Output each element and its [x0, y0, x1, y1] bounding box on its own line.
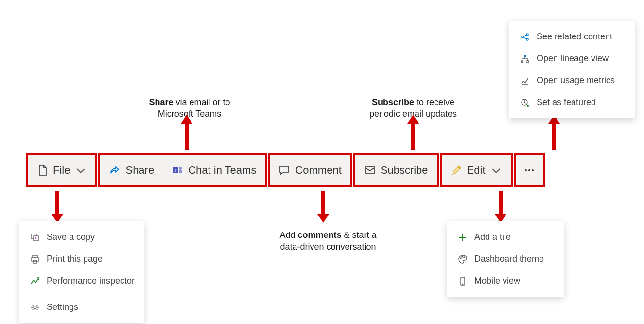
more-menu: See related content Open lineage view Op…: [509, 21, 635, 118]
lineage-icon: [520, 54, 530, 64]
comment-caption: Add comments & start a data-driven conve…: [265, 229, 391, 253]
svg-point-15: [460, 258, 461, 259]
svg-rect-10: [35, 237, 36, 239]
file-icon: [36, 164, 48, 176]
mail-icon: [364, 164, 376, 176]
svg-rect-24: [521, 61, 523, 63]
set-as-featured-item[interactable]: Set as featured: [509, 91, 635, 113]
menu-label: Open usage metrics: [537, 75, 615, 86]
menu-label: Performance inspector: [47, 276, 135, 286]
svg-point-17: [464, 257, 465, 258]
share-button[interactable]: Share: [100, 155, 163, 185]
svg-rect-23: [524, 55, 526, 57]
svg-rect-11: [33, 255, 37, 258]
menu-label: Open lineage view: [537, 54, 609, 64]
plus-icon: [458, 233, 468, 242]
file-label: File: [53, 164, 70, 177]
share-label: Share: [125, 164, 154, 177]
print-icon: [30, 254, 40, 264]
svg-point-19: [462, 284, 463, 285]
svg-point-16: [462, 256, 463, 257]
subscribe-button[interactable]: Subscribe: [355, 155, 437, 185]
dashboard-toolbar: File Share T Chat in Teams Comment: [26, 153, 546, 187]
edit-button[interactable]: Edit: [442, 155, 511, 185]
svg-text:T: T: [174, 168, 177, 173]
svg-point-2: [179, 167, 182, 170]
menu-label: See related content: [537, 32, 612, 42]
chat-in-teams-button[interactable]: T Chat in Teams: [163, 155, 265, 185]
svg-point-20: [522, 36, 523, 38]
more-group: [514, 153, 545, 187]
share-icon: [109, 164, 121, 176]
print-page-item[interactable]: Print this page: [19, 248, 144, 270]
comment-button[interactable]: Comment: [270, 155, 350, 185]
comment-icon: [278, 164, 290, 176]
share-nodes-icon: [520, 32, 530, 42]
subscribe-group: Subscribe: [353, 153, 439, 187]
dashboard-theme-item[interactable]: Dashboard theme: [447, 248, 564, 270]
edit-menu: Add a tile Dashboard theme Mobile view: [447, 221, 564, 297]
settings-item[interactable]: Settings: [19, 296, 144, 318]
open-lineage-view-item[interactable]: Open lineage view: [509, 48, 635, 70]
menu-label: Save a copy: [47, 232, 95, 242]
svg-rect-4: [366, 167, 374, 174]
see-related-content-item[interactable]: See related content: [509, 26, 635, 48]
open-usage-metrics-item[interactable]: Open usage metrics: [509, 70, 635, 91]
file-group: File: [26, 153, 97, 187]
metrics-icon: [520, 76, 530, 86]
svg-point-21: [526, 34, 528, 36]
svg-point-5: [525, 169, 527, 171]
gear-icon: [30, 303, 40, 312]
chat-label: Chat in Teams: [188, 164, 256, 177]
edit-label: Edit: [467, 164, 486, 177]
mobile-view-item[interactable]: Mobile view: [447, 270, 564, 292]
comment-group: Comment: [268, 153, 352, 187]
svg-rect-3: [179, 170, 182, 173]
edit-group: Edit: [440, 153, 513, 187]
menu-label: Set as featured: [537, 97, 596, 108]
more-button[interactable]: [516, 155, 543, 185]
add-tile-item[interactable]: Add a tile: [447, 226, 564, 248]
performance-inspector-item[interactable]: Performance inspector: [19, 270, 144, 292]
svg-point-14: [34, 306, 36, 309]
svg-point-6: [528, 169, 530, 171]
file-menu: Save a copy Print this page Performance …: [19, 221, 144, 323]
featured-icon: [520, 98, 530, 108]
svg-point-7: [532, 169, 534, 171]
file-button[interactable]: File: [28, 155, 95, 185]
chevron-down-icon: [75, 164, 87, 176]
chevron-down-icon: [490, 164, 502, 176]
menu-label: Print this page: [47, 254, 103, 264]
svg-rect-12: [32, 258, 38, 261]
mobile-icon: [458, 276, 468, 286]
menu-label: Add a tile: [474, 232, 511, 242]
pencil-icon: [451, 164, 462, 176]
menu-label: Dashboard theme: [474, 254, 544, 264]
performance-icon: [30, 276, 40, 286]
menu-label: Mobile view: [474, 276, 520, 286]
comment-label: Comment: [295, 164, 341, 177]
palette-icon: [458, 254, 468, 264]
save-a-copy-item[interactable]: Save a copy: [19, 226, 144, 248]
menu-label: Settings: [47, 302, 78, 312]
teams-icon: T: [172, 164, 183, 176]
svg-point-22: [526, 38, 528, 40]
share-group: Share T Chat in Teams: [98, 153, 267, 187]
more-icon: [523, 164, 535, 176]
svg-rect-25: [527, 61, 529, 63]
svg-rect-13: [33, 260, 37, 263]
subscribe-label: Subscribe: [381, 164, 428, 177]
save-copy-icon: [30, 233, 40, 242]
